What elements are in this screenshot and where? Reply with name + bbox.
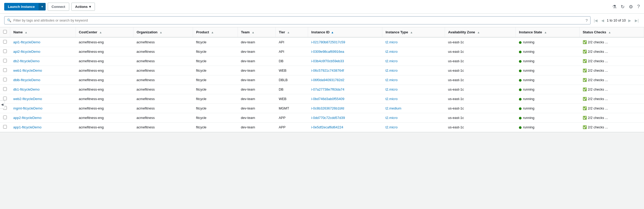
row-instance-id[interactable]: i-06f0da940931782d2	[308, 75, 382, 85]
beaker-icon[interactable]: ⚗	[612, 4, 616, 10]
select-all-checkbox[interactable]	[3, 30, 7, 34]
first-page-button[interactable]: |◀	[593, 18, 599, 23]
row-name[interactable]: api2-fitcycleDemo	[10, 47, 76, 56]
row-name[interactable]: db2-fitcycleDemo	[10, 56, 76, 66]
row-organization: acmefitness	[133, 94, 193, 104]
toolbar-right: ⚗ ↻ ⚙ ?	[612, 4, 640, 10]
col-header-availability-zone[interactable]: Availability Zone ▲	[445, 27, 516, 37]
row-checkbox-cell[interactable]	[0, 85, 10, 94]
row-checkbox[interactable]	[3, 87, 7, 91]
row-checkbox[interactable]	[3, 97, 7, 100]
row-instance-id[interactable]: i-0c8b32636726b1bfd	[308, 104, 382, 113]
check-icon: ✅	[583, 69, 587, 72]
row-status-checks: ✅2/2 checks ...	[579, 37, 644, 47]
settings-icon[interactable]: ⚙	[629, 4, 633, 10]
col-header-instance-state[interactable]: Instance State ▲	[516, 27, 579, 37]
last-page-button[interactable]: ▶|	[634, 18, 640, 23]
row-instance-id[interactable]: i-0e5df2ecaf6d64224	[308, 123, 382, 132]
next-page-button[interactable]: ▶	[627, 18, 632, 23]
row-name[interactable]: api1-fitcycleDemo	[10, 37, 76, 47]
col-header-product[interactable]: Product ▲	[193, 27, 238, 37]
row-tier: API	[276, 37, 308, 47]
row-checkbox[interactable]	[3, 125, 7, 129]
connect-button[interactable]: Connect	[48, 3, 69, 11]
row-team: dev-team	[238, 47, 276, 56]
row-name[interactable]: app2-fitcycleDemo	[10, 113, 76, 123]
col-header-instance-id[interactable]: Instance ID ▲	[308, 27, 382, 37]
row-instance-state: running	[516, 113, 579, 123]
row-checkbox[interactable]	[3, 40, 7, 44]
row-instance-type[interactable]: t2.micro	[382, 56, 445, 66]
row-name[interactable]: app1-fitcycleDemo	[10, 123, 76, 132]
row-name[interactable]: db1-fitcycleDemo	[10, 85, 76, 94]
status-dot	[519, 70, 522, 72]
row-status-checks: ✅2/2 checks ...	[579, 113, 644, 123]
row-instance-type[interactable]: t2.micro	[382, 37, 445, 47]
table-row: mgmt-fitcycleDemo acmefitness-eng acmefi…	[0, 104, 644, 113]
row-checkbox[interactable]	[3, 68, 7, 72]
col-header-instance-type[interactable]: Instance Type ▲	[382, 27, 445, 37]
table-row: web1-fitcycleDemo acmefitness-eng acmefi…	[0, 66, 644, 75]
launch-instance-dropdown[interactable]: ▾	[39, 3, 46, 10]
prev-page-button[interactable]: ◀	[600, 18, 605, 23]
row-instance-id[interactable]: i-0309e98caf69916ea	[308, 47, 382, 56]
row-instance-type[interactable]: t2.medium	[382, 104, 445, 113]
horizontal-scrollbar[interactable]	[0, 132, 644, 135]
row-checkbox-cell[interactable]	[0, 47, 10, 56]
row-checkbox-cell[interactable]	[0, 123, 10, 132]
row-instance-type[interactable]: t2.micro	[382, 113, 445, 123]
row-checkbox-cell[interactable]	[0, 113, 10, 123]
launch-instance-main[interactable]: Launch Instance	[4, 3, 39, 11]
toolbar: Launch Instance ▾ Connect Actions ▾ ⚗ ↻ …	[0, 0, 644, 14]
pagination-bar: |◀ ◀ 1 to 10 of 10 ▶ ▶|	[593, 18, 640, 23]
row-availability-zone: us-east-1c	[445, 94, 516, 104]
col-header-costcenter[interactable]: CostCenter ▲	[76, 27, 133, 37]
row-name[interactable]: web2-fitcycleDemo	[10, 94, 76, 104]
launch-instance-button[interactable]: Launch Instance ▾	[4, 3, 46, 11]
row-checkbox-cell[interactable]	[0, 75, 10, 85]
col-header-team[interactable]: Team ▲	[238, 27, 276, 37]
row-costcenter: acmefitness-eng	[76, 47, 133, 56]
row-checkbox[interactable]	[3, 59, 7, 62]
row-instance-id[interactable]: i-07a27738e7f63da74	[308, 85, 382, 94]
row-instance-id[interactable]: i-0dd770c72cdd57d39	[308, 113, 382, 123]
row-instance-state: running	[516, 37, 579, 47]
row-checkbox-cell[interactable]	[0, 66, 10, 75]
table-row: db2-fitcycleDemo acmefitness-eng acmefit…	[0, 56, 644, 66]
row-instance-type[interactable]: t2.micro	[382, 66, 445, 75]
check-icon: ✅	[583, 40, 587, 44]
col-header-status-checks[interactable]: Status Checks ▲	[579, 27, 644, 37]
row-name[interactable]: web1-fitcycleDemo	[10, 66, 76, 75]
col-header-tier[interactable]: Tier ▲	[276, 27, 308, 37]
row-checkbox-cell[interactable]	[0, 37, 10, 47]
row-instance-id[interactable]: i-03b4c6f70cb59eb33	[308, 56, 382, 66]
col-header-name[interactable]: Name ▲	[10, 27, 76, 37]
row-instance-id[interactable]: i-0bd746d3ab0f55409	[308, 94, 382, 104]
check-icon: ✅	[583, 59, 587, 63]
row-instance-id[interactable]: i-06c57921c7438764f	[308, 66, 382, 75]
search-help-icon[interactable]: ?	[586, 18, 588, 23]
row-name[interactable]: dblb-fitcycleDemo	[10, 75, 76, 85]
row-instance-id[interactable]: i-021780b8725017c59	[308, 37, 382, 47]
row-checkbox[interactable]	[3, 116, 7, 119]
row-product: fitcycle	[193, 37, 238, 47]
row-instance-type[interactable]: t2.micro	[382, 85, 445, 94]
row-instance-type[interactable]: t2.micro	[382, 75, 445, 85]
col-header-organization[interactable]: Organization ▲	[133, 27, 193, 37]
row-instance-type[interactable]: t2.micro	[382, 123, 445, 132]
row-availability-zone: us-east-1c	[445, 37, 516, 47]
row-name[interactable]: mgmt-fitcycleDemo	[10, 104, 76, 113]
sidebar-toggle[interactable]: ◀	[0, 100, 5, 109]
help-icon[interactable]: ?	[637, 4, 640, 9]
row-checkbox[interactable]	[3, 49, 7, 53]
row-instance-type[interactable]: t2.micro	[382, 47, 445, 56]
refresh-icon[interactable]: ↻	[621, 4, 625, 10]
row-checkbox[interactable]	[3, 78, 7, 81]
status-dot	[519, 41, 522, 44]
actions-button[interactable]: Actions ▾	[71, 3, 95, 11]
select-all-header[interactable]	[0, 27, 10, 37]
row-checkbox-cell[interactable]	[0, 56, 10, 66]
row-instance-type[interactable]: t2.micro	[382, 94, 445, 104]
search-bar: 🔍 ? |◀ ◀ 1 to 10 of 10 ▶ ▶|	[0, 14, 644, 27]
search-input[interactable]	[13, 18, 583, 22]
